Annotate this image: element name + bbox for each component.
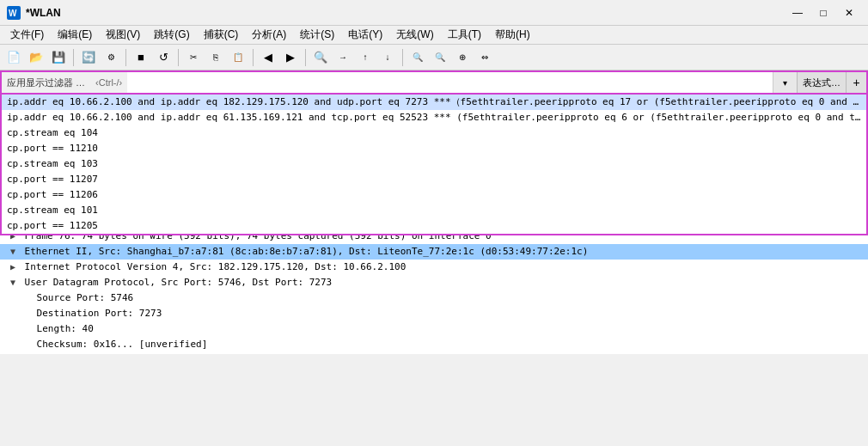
menu-item-分析A[interactable]: 分析(A) <box>245 26 293 44</box>
expander-icon[interactable]: ▼ <box>7 276 19 290</box>
detail-row[interactable]: Length: 40 <box>0 321 868 337</box>
goto-button[interactable]: → <box>333 47 353 68</box>
sep5 <box>305 49 306 66</box>
autocomplete-item[interactable]: cp.port == 11205 <box>2 218 866 234</box>
autocomplete-item[interactable]: cp.stream eq 104 <box>2 125 866 141</box>
detail-text: Destination Port: 7273 <box>31 308 162 319</box>
window-title: *WLAN <box>26 7 61 19</box>
menu-item-帮助H[interactable]: 帮助(H) <box>488 26 537 44</box>
reload-button[interactable]: 🔄 <box>78 47 99 68</box>
detail-text: Source Port: 5746 <box>31 292 133 303</box>
detail-text: Length: 40 <box>31 323 94 334</box>
menu-item-跳转G[interactable]: 跳转(G) <box>147 26 196 44</box>
detail-row[interactable]: Source Port: 5746 <box>0 290 868 306</box>
autocomplete-item[interactable]: ip.addr eq 10.66.2.100 and ip.addr eq 18… <box>2 95 866 110</box>
back-button[interactable]: ◀ <box>258 47 278 68</box>
autocomplete-item[interactable]: cp.port == 11206 <box>2 187 866 203</box>
menu-item-捕获C[interactable]: 捕获(C) <box>197 26 246 44</box>
filter-bar: 应用显示过滤器 … ‹Ctrl-/› ▾ 表达式… + <box>0 70 868 95</box>
paste-button[interactable]: 📋 <box>228 47 248 68</box>
open-file-button[interactable]: 📂 <box>26 47 46 68</box>
autocomplete-item[interactable]: ip.addr eq 10.66.2.100 and ip.addr eq 61… <box>2 110 866 125</box>
autocomplete-item[interactable]: cp.stream eq 101 <box>2 203 866 218</box>
detail-text: Internet Protocol Version 4, Src: 182.12… <box>19 261 406 272</box>
zoom-out-button[interactable]: 🔍 <box>430 47 450 68</box>
menu-item-文件F[interactable]: 文件(F) <box>3 26 51 44</box>
prev-packet-button[interactable]: ↑ <box>355 47 376 68</box>
expression-button[interactable]: 表达式… <box>797 72 846 93</box>
new-file-button[interactable]: 📄 <box>3 47 24 68</box>
copy-button[interactable]: ⎘ <box>205 47 226 68</box>
menu-item-无线W[interactable]: 无线(W) <box>389 26 440 44</box>
detail-row[interactable]: Checksum: 0x16... [unverified] <box>0 337 868 352</box>
restart-button[interactable]: ↺ <box>153 47 174 68</box>
filter-hint: ‹Ctrl-/› <box>90 77 127 88</box>
menu-item-电话Y[interactable]: 电话(Y) <box>341 26 389 44</box>
find-button[interactable]: 🔍 <box>310 47 331 68</box>
sep1 <box>73 49 74 66</box>
toolbar: 📄 📂 💾 🔄 ⚙ ■ ↺ ✂ ⎘ 📋 ◀ ▶ 🔍 → ↑ ↓ 🔍 🔍 ⊕ ⇔ <box>0 45 868 70</box>
autocomplete-item[interactable]: cp.stream eq 103 <box>2 156 866 172</box>
forward-button[interactable]: ▶ <box>280 47 301 68</box>
app-icon: W <box>7 6 21 20</box>
filter-wrapper: 应用显示过滤器 … ‹Ctrl-/› ▾ 表达式… + ip.addr eq 1… <box>0 70 868 95</box>
title-bar-controls: — □ ✕ <box>785 3 861 22</box>
menu-item-视图V[interactable]: 视图(V) <box>99 26 147 44</box>
add-filter-button[interactable]: + <box>846 72 866 93</box>
detail-text: Ethernet II, Src: Shanghai_b7:a7:81 (8c:… <box>19 246 588 257</box>
save-file-button[interactable]: 💾 <box>48 47 69 68</box>
sep3 <box>178 49 179 66</box>
detail-text: User Datagram Protocol, Src Port: 5746, … <box>19 277 332 288</box>
detail-row[interactable]: Destination Port: 7273 <box>0 306 868 321</box>
menu-item-统计S[interactable]: 统计(S) <box>293 26 341 44</box>
sep4 <box>253 49 254 66</box>
filter-autocomplete: ip.addr eq 10.66.2.100 and ip.addr eq 18… <box>0 95 868 235</box>
detail-row[interactable]: ▼ Ethernet II, Src: Shanghai_b7:a7:81 (8… <box>0 244 868 260</box>
svg-text:W: W <box>9 9 17 18</box>
menu-item-工具T[interactable]: 工具(T) <box>441 26 488 44</box>
next-packet-button[interactable]: ↓ <box>377 47 398 68</box>
resize-columns-button[interactable]: ⇔ <box>474 47 495 68</box>
detail-section: ▶ Frame 76: 74 bytes on wire (592 bits),… <box>0 225 868 446</box>
sep2 <box>125 49 126 66</box>
detail-pane: ▶ Frame 76: 74 bytes on wire (592 bits),… <box>0 226 868 354</box>
cut-button[interactable]: ✂ <box>183 47 204 68</box>
filter-input[interactable] <box>127 72 773 93</box>
detail-row[interactable]: ▼ User Datagram Protocol, Src Port: 5746… <box>0 275 868 290</box>
detail-text: Checksum: 0x16... [unverified] <box>31 339 207 350</box>
filter-label: 应用显示过滤器 … <box>2 76 90 89</box>
detail-row[interactable]: ▶ Internet Protocol Version 4, Src: 182.… <box>0 260 868 275</box>
title-bar-left: W *WLAN <box>7 6 61 20</box>
autocomplete-item[interactable]: cp.port == 11207 <box>2 172 866 187</box>
menu-item-编辑E[interactable]: 编辑(E) <box>51 26 99 44</box>
sep6 <box>402 49 403 66</box>
close-button[interactable]: ✕ <box>837 3 861 22</box>
zoom-in-button[interactable]: 🔍 <box>407 47 428 68</box>
maximize-button[interactable]: □ <box>811 3 835 22</box>
menu-bar: 文件(F)编辑(E)视图(V)跳转(G)捕获(C)分析(A)统计(S)电话(Y)… <box>0 26 868 45</box>
expander-icon[interactable]: ▶ <box>7 260 19 274</box>
expander-icon[interactable]: ▼ <box>7 245 19 259</box>
autocomplete-item[interactable]: cp.port == 11210 <box>2 141 866 156</box>
stop-button[interactable]: ■ <box>131 47 151 68</box>
capture-options-button[interactable]: ⚙ <box>101 47 121 68</box>
title-bar: W *WLAN — □ ✕ <box>0 0 868 26</box>
zoom-reset-button[interactable]: ⊕ <box>452 47 473 68</box>
filter-arrow-button[interactable]: ▾ <box>773 72 797 93</box>
minimize-button[interactable]: — <box>785 3 810 22</box>
